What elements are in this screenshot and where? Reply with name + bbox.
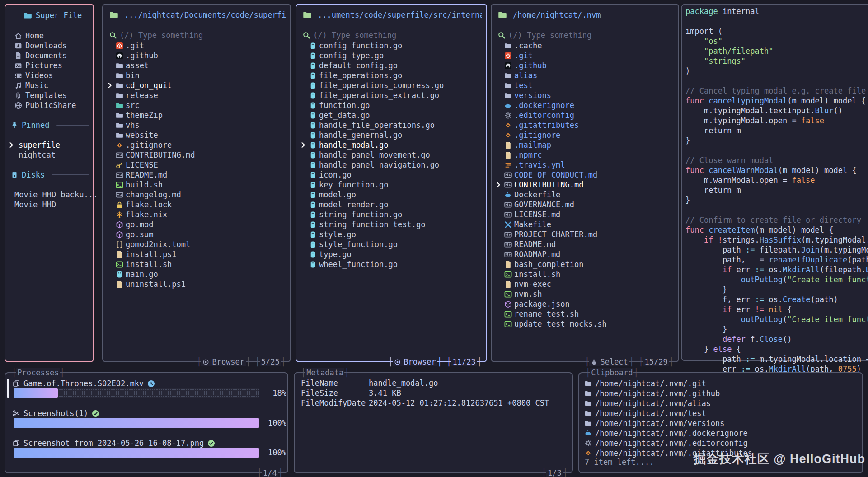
file-row[interactable]: go.sum [107, 229, 288, 239]
sidebar-pinned-nightcat[interactable]: nightcat [8, 150, 90, 160]
file-row[interactable]: style.go [300, 229, 484, 239]
file-row[interactable]: install.sh [495, 269, 676, 279]
clipboard-item[interactable]: /home/nightcat/.nvm/.dockerignore [585, 428, 859, 438]
file-row[interactable]: .cache [495, 41, 676, 51]
file-row[interactable]: flake.nix [107, 210, 288, 220]
file-row[interactable]: nvm.sh [495, 289, 676, 299]
sidebar-item-downloads[interactable]: Downloads [14, 41, 90, 51]
file-row[interactable]: model_render.go [300, 200, 484, 210]
file-row[interactable]: go.mod [107, 220, 288, 229]
clipboard-item[interactable]: /home/nightcat/.nvm/versions [585, 418, 859, 428]
file-row[interactable]: .gitignore [495, 130, 676, 140]
file-row[interactable]: LICENSE.md [495, 210, 676, 220]
sidebar-disk-item[interactable]: Movie HHD backu... [14, 190, 90, 200]
file-row[interactable]: .git [107, 41, 288, 51]
file-row[interactable]: .github [107, 51, 288, 61]
file-row[interactable]: Dockerfile [495, 190, 676, 200]
process-item[interactable]: Screenshot from 2024-05-26 16-08-17.png [13, 438, 283, 448]
clipboard-item[interactable]: /home/nightcat/.nvm/.editorconfig [585, 438, 859, 448]
file-row[interactable]: PROJECT_CHARTER.md [495, 229, 676, 239]
file-row[interactable]: build.sh [107, 180, 288, 190]
metadata-row[interactable]: FileSize3.41 KB [301, 388, 568, 398]
file-row[interactable]: handle_panel_navigation.go [300, 160, 484, 170]
sidebar-item-home[interactable]: Home [14, 31, 90, 41]
sidebar-item-pictures[interactable]: Pictures [14, 61, 90, 70]
file-row[interactable]: test [495, 80, 676, 90]
file-row[interactable]: CONTRIBUTING.md [495, 180, 676, 190]
clipboard-item[interactable]: /home/nightcat/.nvm/.github [585, 388, 859, 398]
search-input[interactable]: (/) Type something [303, 30, 482, 40]
file-row[interactable]: wheel_function.go [300, 259, 484, 269]
sidebar-item-templates[interactable]: Templates [14, 90, 90, 100]
metadata-row[interactable]: FileNamehandle_modal.go [301, 379, 568, 388]
file-row[interactable]: key_function.go [300, 180, 484, 190]
file-row[interactable]: install.sh [107, 259, 288, 269]
file-row[interactable]: string_function_test.go [300, 220, 484, 229]
file-row[interactable]: style_function.go [300, 239, 484, 249]
file-row[interactable]: get_data.go [300, 110, 484, 120]
file-row[interactable]: alias [495, 70, 676, 80]
process-item[interactable]: Screenshots(1) [13, 408, 283, 418]
file-row[interactable]: vhs [107, 120, 288, 130]
file-row[interactable]: nvm-exec [495, 279, 676, 289]
file-row[interactable]: default_config.go [300, 61, 484, 70]
sidebar-pinned-superfile[interactable]: superfile [8, 140, 90, 150]
file-row[interactable]: handle_file_operations.go [300, 120, 484, 130]
file-row[interactable]: .github [495, 61, 676, 70]
file-row[interactable]: file_operations.go [300, 70, 484, 80]
clipboard-item[interactable]: /home/nightcat/.nvm/alias [585, 398, 859, 408]
file-row[interactable]: .gitattributes [495, 120, 676, 130]
file-row[interactable]: rename_test.sh [495, 309, 676, 319]
file-row[interactable]: GOVERNANCE.md [495, 200, 676, 210]
file-row[interactable]: gomod2nix.toml [107, 239, 288, 249]
file-row[interactable]: .mailmap [495, 140, 676, 150]
file-row[interactable]: website [107, 130, 288, 140]
file-row[interactable]: README.md [107, 170, 288, 180]
file-row[interactable]: bash_completion [495, 259, 676, 269]
clipboard-item[interactable]: /home/nightcat/.nvm/.git [585, 379, 859, 388]
sidebar-item-videos[interactable]: Videos [14, 70, 90, 80]
metadata-row[interactable]: FileModifyDate2024-05-12 01:27:12.812637… [301, 398, 568, 408]
file-row[interactable]: CONTRIBUTING.md [107, 150, 288, 160]
file-row[interactable]: package.json [495, 299, 676, 309]
file-row[interactable]: changelog.md [107, 190, 288, 200]
file-row[interactable]: function.go [300, 100, 484, 110]
file-row[interactable]: .dockerignore [495, 100, 676, 110]
file-row[interactable]: install.ps1 [107, 249, 288, 259]
file-row[interactable]: icon.go [300, 170, 484, 180]
sidebar-item-music[interactable]: Music [14, 80, 90, 90]
file-row[interactable]: model.go [300, 190, 484, 200]
file-row[interactable]: release [107, 90, 288, 100]
file-row[interactable]: bin [107, 70, 288, 80]
file-row[interactable]: string_function.go [300, 210, 484, 220]
file-row[interactable]: config_function.go [300, 41, 484, 51]
file-row[interactable]: .npmrc [495, 150, 676, 160]
search-input[interactable]: (/) Type something [498, 30, 674, 40]
sidebar-disk-item[interactable]: Movie HHD [14, 200, 90, 210]
file-row[interactable]: .travis.yml [495, 160, 676, 170]
file-row[interactable]: CODE_OF_CONDUCT.md [495, 170, 676, 180]
file-row[interactable]: ROADMAP.md [495, 249, 676, 259]
file-row[interactable]: file_operations_extract.go [300, 90, 484, 100]
file-row[interactable]: themeZip [107, 110, 288, 120]
file-row[interactable]: handle_modal.go [300, 140, 484, 150]
process-item[interactable]: Game.of.Thrones.S02E02.mkv [13, 379, 283, 388]
sidebar-item-documents[interactable]: Documents [14, 51, 90, 61]
file-row[interactable]: .git [495, 51, 676, 61]
file-row[interactable]: README.md [495, 239, 676, 249]
search-input[interactable]: (/) Type something [109, 30, 286, 40]
file-row[interactable]: src [107, 100, 288, 110]
file-row[interactable]: uninstall.ps1 [107, 279, 288, 289]
file-row[interactable]: Makefile [495, 220, 676, 229]
file-row[interactable]: .editorconfig [495, 110, 676, 120]
file-row[interactable]: update_test_mocks.sh [495, 319, 676, 329]
file-row[interactable]: main.go [107, 269, 288, 279]
file-row[interactable]: handle_panel_movement.go [300, 150, 484, 160]
file-row[interactable]: config_type.go [300, 51, 484, 61]
file-row[interactable]: asset [107, 61, 288, 70]
file-row[interactable]: handle_genernal.go [300, 130, 484, 140]
clipboard-item[interactable]: /home/nightcat/.nvm/test [585, 408, 859, 418]
sidebar-item-publicshare[interactable]: PublicShare [14, 100, 90, 110]
file-row[interactable]: file_operations_compress.go [300, 80, 484, 90]
file-row[interactable]: .gitignore [107, 140, 288, 150]
